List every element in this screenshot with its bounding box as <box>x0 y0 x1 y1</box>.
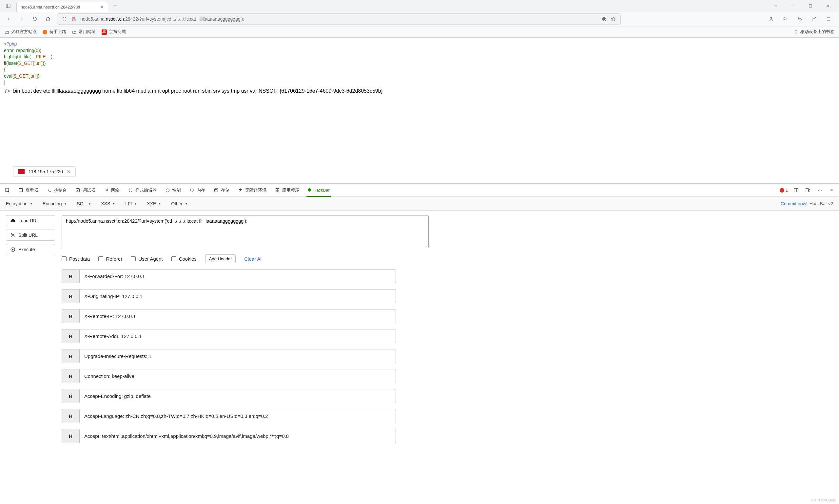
tab-storage[interactable]: 存储 <box>212 184 231 197</box>
browser-tab[interactable]: node5.anna.nssctf.cn:28422/?url ✕ <box>16 2 108 12</box>
app-menu-button[interactable] <box>3 2 14 10</box>
ip-close-icon[interactable]: ✕ <box>67 169 71 174</box>
window-controls: ✕ <box>772 3 836 9</box>
home-button[interactable] <box>44 15 52 23</box>
tab-console[interactable]: 控制台 <box>46 184 68 197</box>
tab-performance[interactable]: 性能 <box>164 184 182 197</box>
devtools-close-icon[interactable]: ✕ <box>828 187 835 194</box>
svg-rect-4 <box>604 17 606 19</box>
header-field[interactable] <box>79 409 396 423</box>
responsive-icon[interactable] <box>804 187 811 194</box>
extensions-icon[interactable] <box>781 15 789 23</box>
svg-rect-16 <box>278 188 279 190</box>
menu-xxe[interactable]: XXE▼ <box>147 201 161 206</box>
back-button[interactable] <box>5 15 13 23</box>
header-field[interactable] <box>79 309 396 323</box>
url-bar[interactable]: node5.anna.nssctf.cn:28422/?url=system('… <box>57 14 621 24</box>
hackbar-toolbar: Encryption▼ Encoding▼ SQL▼ XSS▼ LFI▼ XXE… <box>0 197 839 211</box>
bookmark-mobile[interactable]: 移动设备上的书签 <box>794 29 834 35</box>
bookmarks-bar: 火狐官方站点 新手上路 常用网址 JD京东商城 移动设备上的书签 <box>0 26 839 37</box>
close-window-button[interactable]: ✕ <box>825 3 831 9</box>
tab-style[interactable]: 样式编辑器 <box>127 184 158 197</box>
menu-xss[interactable]: XSS▼ <box>101 201 115 206</box>
bookmark-common[interactable]: 常用网址 <box>72 29 96 35</box>
watermark: CSDN @vQuhue <box>811 499 836 502</box>
menu-encryption[interactable]: Encryption▼ <box>6 201 33 206</box>
tab-hackbar[interactable]: HackBar <box>307 184 331 197</box>
brand-label: HackBar v2 <box>809 201 833 206</box>
add-header-button[interactable]: Add Header <box>205 254 235 263</box>
hackbar-actions: Load URL Split URL Execute <box>6 215 55 500</box>
undo-icon[interactable] <box>796 15 804 23</box>
ip-indicator[interactable]: 118.195.175.220 ✕ <box>13 166 76 177</box>
svg-rect-1 <box>809 4 812 7</box>
header-field[interactable] <box>79 429 396 443</box>
header-label: H <box>62 349 79 363</box>
page-output: ?> bin boot dev etc fllllllaaaaaaggggggg… <box>4 88 835 94</box>
caret-down-icon: ▼ <box>134 202 137 205</box>
tab-application[interactable]: 应用程序 <box>274 184 300 197</box>
bookmark-firefox[interactable]: 火狐官方站点 <box>5 29 37 35</box>
tab-inspector[interactable]: 查看器 <box>17 184 40 197</box>
menu-lfi[interactable]: LFI▼ <box>125 201 137 206</box>
tab-debugger[interactable]: 调试器 <box>74 184 97 197</box>
save-page-icon[interactable] <box>810 15 818 23</box>
tab-network[interactable]: 网络 <box>103 184 121 197</box>
options-row: Post data Referer User Agent Cookies Add… <box>62 254 429 263</box>
kebab-menu-icon[interactable]: ⋯ <box>816 187 823 194</box>
svg-point-14 <box>240 188 241 189</box>
url-textarea[interactable] <box>62 215 429 248</box>
account-icon[interactable] <box>767 15 775 23</box>
checkbox-useragent[interactable]: User Agent <box>131 256 162 262</box>
header-row: H <box>62 409 396 423</box>
bookmark-jd[interactable]: JD京东商城 <box>102 29 126 35</box>
php-source: <?php error_reporting(0); highlight_file… <box>4 41 835 86</box>
forward-button[interactable] <box>18 15 25 23</box>
maximize-button[interactable] <box>807 3 814 9</box>
tab-memory[interactable]: 内存 <box>188 184 207 197</box>
checkbox-referer[interactable]: Referer <box>98 256 122 262</box>
header-field[interactable] <box>79 289 396 303</box>
pick-element-icon[interactable] <box>4 187 11 194</box>
header-field[interactable] <box>79 349 396 363</box>
tab-a11y[interactable]: 无障碍环境 <box>237 184 268 197</box>
header-field[interactable] <box>79 269 396 283</box>
bookmark-star-icon[interactable] <box>611 16 616 22</box>
commit-link[interactable]: Commit now! <box>781 201 807 206</box>
jd-icon: JD <box>102 30 107 35</box>
svg-rect-10 <box>76 188 80 192</box>
checkbox-icon <box>98 256 103 261</box>
svg-rect-9 <box>19 188 23 192</box>
menu-sql[interactable]: SQL▼ <box>77 201 91 206</box>
header-label: H <box>62 289 79 303</box>
qr-icon[interactable] <box>601 16 607 22</box>
header-label: H <box>62 269 79 283</box>
bookmark-newbie[interactable]: 新手上路 <box>42 29 66 35</box>
more-tabs-icon[interactable] <box>772 3 778 9</box>
tab-close-button[interactable]: ✕ <box>99 5 104 10</box>
execute-button[interactable]: Execute <box>6 244 55 255</box>
play-icon <box>10 247 15 252</box>
new-tab-button[interactable]: + <box>111 2 119 10</box>
load-url-button[interactable]: Load URL <box>6 215 55 226</box>
checkbox-icon <box>131 256 136 261</box>
header-field[interactable] <box>79 389 396 403</box>
dock-side-icon[interactable] <box>792 187 800 194</box>
cloud-download-icon <box>10 218 15 223</box>
menu-other[interactable]: Other▼ <box>171 201 188 206</box>
checkbox-cookies[interactable]: Cookies <box>171 256 197 262</box>
minimize-button[interactable] <box>790 3 796 9</box>
header-field[interactable] <box>79 369 396 383</box>
header-field[interactable] <box>79 329 396 343</box>
devtools-right: !1 ⋯ ✕ <box>780 187 835 194</box>
header-label: H <box>62 429 79 443</box>
hamburger-menu-icon[interactable] <box>825 15 833 23</box>
error-counter[interactable]: !1 <box>780 188 788 193</box>
checkbox-postdata[interactable]: Post data <box>62 256 90 262</box>
menu-encoding[interactable]: Encoding▼ <box>42 201 67 206</box>
url-text: node5.anna.nssctf.cn:28422/?url=system('… <box>80 16 244 22</box>
clear-all-link[interactable]: Clear All <box>244 256 263 262</box>
reload-button[interactable] <box>31 15 39 23</box>
split-url-button[interactable]: Split URL <box>6 230 55 241</box>
svg-rect-20 <box>806 188 808 192</box>
